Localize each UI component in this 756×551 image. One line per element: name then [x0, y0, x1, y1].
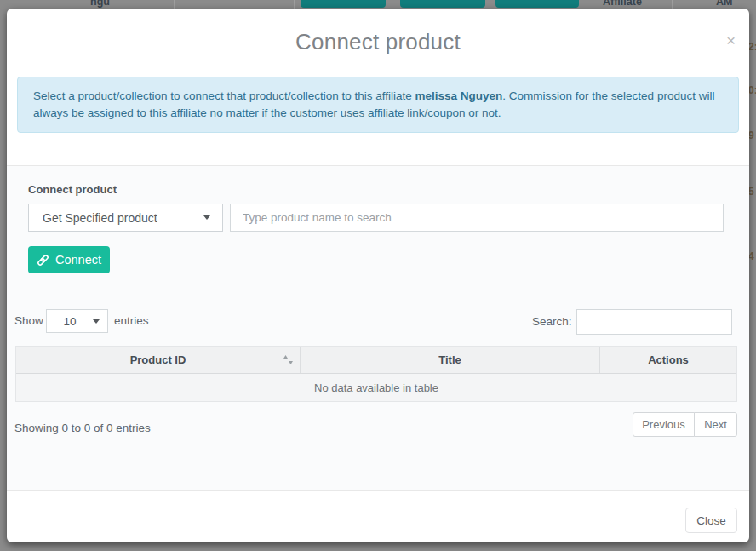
background-action-button [400, 0, 485, 8]
background-action-button [301, 0, 386, 8]
chevron-down-icon [93, 319, 100, 324]
connect-product-modal: Connect product × Select a product/colle… [7, 9, 749, 542]
page-size-value: 10 [47, 315, 93, 328]
table-empty-row: No data available in table [16, 374, 736, 401]
column-header-product-id[interactable]: Product ID [16, 347, 301, 373]
previous-page-button[interactable]: Previous [633, 412, 695, 437]
entries-label: entries [114, 314, 149, 327]
background-column-divider [174, 0, 175, 9]
footer-divider [7, 490, 749, 491]
page-size-select[interactable]: 10 [46, 309, 108, 333]
table-search-input[interactable] [576, 309, 732, 335]
connect-product-label: Connect product [28, 183, 117, 196]
background-text-fragment: ngu [90, 0, 110, 8]
pagination: Previous Next [633, 412, 737, 437]
column-header-title: Title [301, 347, 600, 373]
table-info-text: Showing 0 to 0 of 0 entries [14, 422, 151, 434]
link-icon [37, 254, 49, 267]
connect-button[interactable]: Connect [28, 246, 110, 273]
background-cell-fragment: 2: [748, 41, 756, 53]
affiliate-name: melissa Nguyen [415, 89, 503, 102]
alert-text-before: Select a product/collection to connect t… [33, 89, 415, 102]
background-column-divider [672, 0, 673, 9]
modal-title: Connect product [7, 29, 749, 55]
background-cell-fragment: 9 [748, 129, 754, 141]
next-page-button[interactable]: Next [694, 412, 737, 437]
background-cell-fragment: 0: [748, 84, 756, 96]
chevron-down-icon [203, 215, 210, 220]
search-label: Search: [532, 315, 572, 328]
background-cell-fragment: 5 [748, 186, 754, 198]
background-column-am: AM [716, 0, 732, 8]
close-icon[interactable]: × [726, 32, 736, 49]
connect-button-label: Connect [55, 253, 101, 267]
close-button[interactable]: Close [685, 508, 737, 533]
table-header-row: Product ID Title Actions [16, 347, 736, 374]
products-table: Product ID Title Actions No data availab… [15, 346, 737, 402]
column-header-label: Product ID [130, 353, 186, 366]
column-header-label: Actions [648, 353, 689, 366]
sort-both-icon [283, 354, 294, 368]
column-header-label: Title [438, 353, 461, 366]
product-search-input[interactable] [230, 204, 724, 232]
background-cell-fragment: 4 [748, 250, 754, 262]
background-column-affiliate: Affiliate [603, 0, 642, 8]
info-alert: Select a product/collection to connect t… [17, 77, 739, 133]
column-header-actions: Actions [600, 347, 736, 373]
product-type-select[interactable]: Get Specified product [28, 204, 223, 232]
background-action-button [495, 0, 579, 8]
product-type-select-value: Get Specified product [43, 211, 203, 225]
show-label: Show [14, 314, 43, 327]
background-column-divider [294, 0, 295, 9]
